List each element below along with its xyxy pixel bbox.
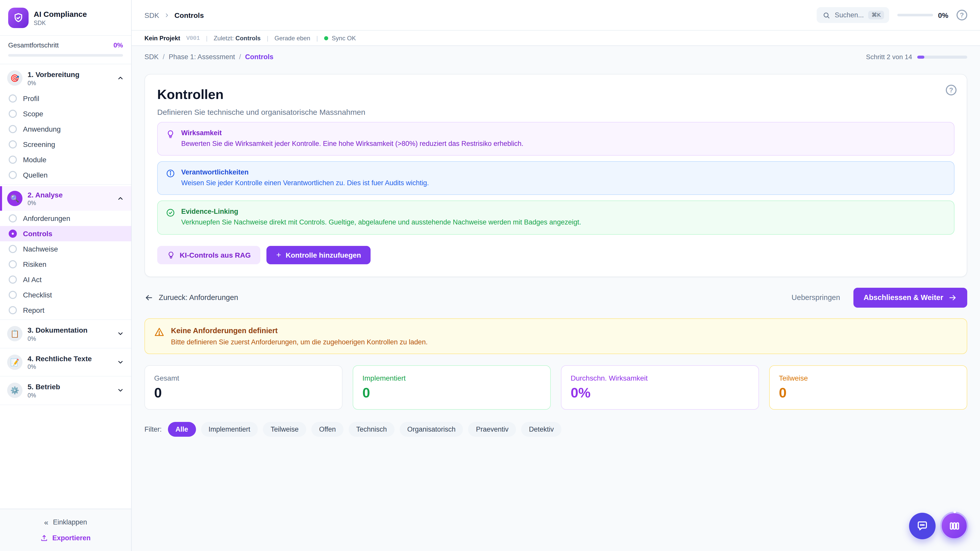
skip-button[interactable]: Ueberspringen [792,293,840,302]
filter-chip-implementiert[interactable]: Implementiert [201,422,258,437]
sidebar-item-label: Anforderungen [23,214,70,222]
chevron-down-icon [117,330,124,338]
sidebar-item-module[interactable]: Module [0,152,131,167]
sidebar-item-nachweise[interactable]: Nachweise [0,241,131,257]
section-pct: 0% [27,392,112,398]
section-label: 5. Betrieb [27,383,112,392]
sidebar-item-label: Checklist [23,291,52,299]
stat-label: Implementiert [363,374,541,382]
add-control-label: Kontrolle hinzufuegen [286,251,361,259]
check-circle-icon [166,208,175,227]
filter-chip-organisatorisch[interactable]: Organisatorisch [400,422,463,437]
stat-value: 0% [571,385,749,401]
collapse-sidebar-button[interactable]: « Einklappen [44,518,87,527]
stat-value: 0 [154,385,333,401]
divider: / [239,53,241,61]
shield-check-icon [8,8,29,28]
filter-chip-offen[interactable]: Offen [311,422,344,437]
back-link[interactable]: Zurueck: Anforderungen [145,293,238,302]
sidebar-item-label: Module [23,156,46,164]
section-analyse: 🔍 2. Analyse 0% Anforderungen Controls N… [0,184,131,320]
double-chevron-left-icon: « [44,518,48,527]
stats-row: Gesamt 0 Implementiert 0 Durchschn. Wirk… [145,365,967,410]
filter-chip-detektiv[interactable]: Detektiv [522,422,562,437]
sidebar-item-ai-act[interactable]: AI Act [0,272,131,287]
radio-icon [9,306,17,314]
crumb-current: Controls [245,53,273,61]
lightbulb-icon [167,251,175,259]
breadcrumb: SDK Controls [145,11,204,19]
radio-icon [9,260,17,268]
help-icon[interactable]: ? [946,85,956,95]
sidebar-item-anforderungen[interactable]: Anforderungen [0,211,131,226]
sidebar-item-label: Anwendung [23,125,61,133]
stat-card-implementiert: Implementiert 0 [353,365,551,410]
app-brand: AI Compliance SDK [0,0,131,35]
divider: | [317,35,318,41]
radio-icon [9,125,17,133]
crumb-phase[interactable]: Phase 1: Assessment [169,53,235,61]
crumb-root[interactable]: SDK [145,53,159,61]
last-saved-time: Gerade eben [274,35,310,41]
section-label: 2. Analyse [27,191,112,200]
stat-label: Teilweise [779,374,958,382]
sidebar-item-profil[interactable]: Profil [0,91,131,106]
section-header-rechtliche-texte[interactable]: 📝 4. Rechtliche Texte 0% [0,350,131,375]
add-control-button[interactable]: + Kontrolle hinzufuegen [266,246,371,264]
breadcrumb-root[interactable]: SDK [145,11,159,19]
sidebar-item-report[interactable]: Report [0,303,131,318]
header-progress-value: 0% [938,11,948,19]
sidebar: AI Compliance SDK Gesamtfortschritt 0% 🎯… [0,0,132,551]
kontrollen-card: ? Kontrollen Definieren Sie technische u… [145,74,967,277]
sidebar-item-anwendung[interactable]: Anwendung [0,121,131,137]
sidebar-item-risiken[interactable]: Risiken [0,257,131,272]
section-label: 3. Dokumentation [27,326,112,335]
app-subtitle: SDK [34,20,87,26]
target-icon: 🎯 [7,71,22,86]
overall-progress: Gesamtfortschritt 0% [0,35,131,64]
page-content: ? Kontrollen Definieren Sie technische u… [132,61,980,551]
info-box-text: Verknuepfen Sie Nachweise direkt mit Con… [181,218,581,227]
finish-next-button[interactable]: Abschliessen & Weiter [853,287,967,307]
last-label: Zuletzt: [213,35,234,41]
search-icon [823,11,830,19]
ai-controls-button[interactable]: KI-Controls aus RAG [157,246,260,264]
sidebar-item-controls[interactable]: Controls [0,226,131,241]
sidebar-item-scope[interactable]: Scope [0,106,131,121]
chat-button[interactable] [909,513,935,539]
section-header-dokumentation[interactable]: 📋 3. Dokumentation 0% [0,321,131,346]
section-header-analyse[interactable]: 🔍 2. Analyse 0% [0,186,131,211]
memo-icon: 📝 [7,354,22,370]
radio-icon [9,156,17,164]
section-header-betrieb[interactable]: ⚙️ 5. Betrieb 0% [0,378,131,403]
lightbulb-icon [166,129,175,148]
search-input[interactable]: Suchen... ⌘K [817,7,889,23]
export-button[interactable]: Exportieren [41,534,91,542]
export-label: Exportieren [52,534,91,542]
radio-icon [9,140,17,148]
filter-chip-technisch[interactable]: Technisch [348,422,395,437]
stat-label: Gesamt [154,374,333,382]
section-pct: 0% [27,80,112,86]
section-header-vorbereitung[interactable]: 🎯 1. Vorbereitung 0% [0,66,131,91]
page-title: Kontrollen [157,87,955,103]
filter-chip-praeventiv[interactable]: Praeventiv [468,422,516,437]
warning-title: Keine Anforderungen definiert [171,326,428,334]
sidebar-item-label: Profil [23,94,39,102]
kanban-columns-icon [948,519,960,532]
plus-icon: + [276,251,281,259]
app-title: AI Compliance [34,10,87,19]
sidebar-item-quellen[interactable]: Quellen [0,167,131,183]
sync-status-dot [324,36,328,40]
kanban-panel-button[interactable] [940,512,968,540]
ai-controls-label: KI-Controls aus RAG [180,251,251,259]
filter-chip-teilweise[interactable]: Teilweise [263,422,307,437]
section-label: 1. Vorbereitung [27,70,112,79]
sidebar-item-label: AI Act [23,275,41,284]
sidebar-item-screening[interactable]: Screening [0,137,131,152]
sidebar-item-checklist[interactable]: Checklist [0,287,131,303]
filter-chip-alle[interactable]: Alle [168,422,196,437]
chevron-up-icon [117,75,124,82]
overall-progress-bar [8,54,123,57]
help-icon[interactable]: ? [956,10,967,21]
